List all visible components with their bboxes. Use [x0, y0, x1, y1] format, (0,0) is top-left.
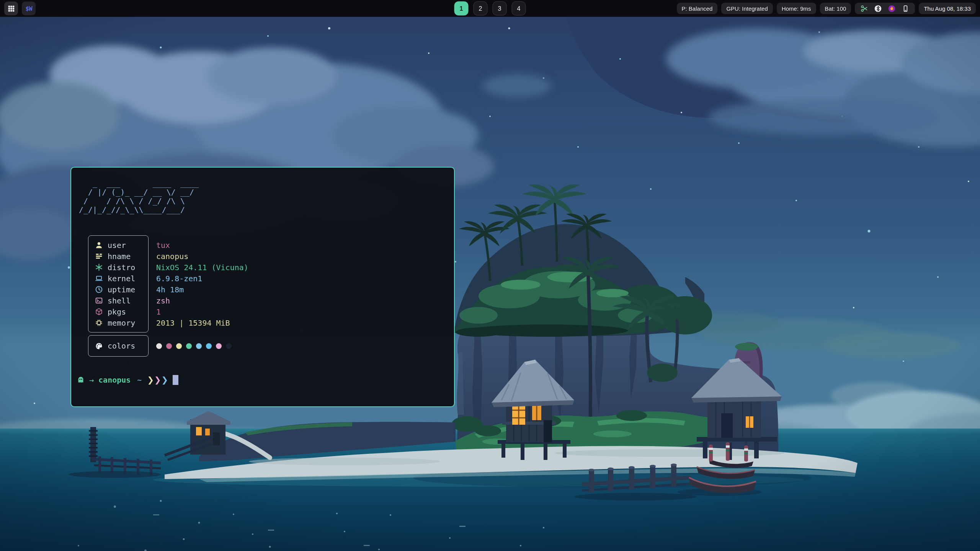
- fetch-value-user: tux: [156, 240, 248, 251]
- fetch-value-distro: NixOS 24.11 (Vicuna): [156, 262, 248, 273]
- clock-pill[interactable]: Thu Aug 08, 18:33: [919, 3, 976, 14]
- fetch-row-shell: shell: [88, 295, 148, 306]
- topbar-right-group: P: BalancedGPU: IntegratedHome: 9msBat: …: [677, 3, 976, 14]
- prompt-host: canopus: [98, 375, 131, 385]
- palette-dot: [156, 343, 162, 349]
- package-icon: [94, 308, 103, 316]
- palette-dot: [216, 343, 222, 349]
- palette-dot: [166, 343, 172, 349]
- fetch-row-user: user: [88, 240, 148, 251]
- launcher-button[interactable]: [4, 2, 18, 15]
- fetch-label: uptime: [108, 285, 135, 294]
- palette-icon: [94, 342, 103, 350]
- scissors-icon[interactable]: [860, 5, 868, 13]
- fetch-row-uptime: uptime: [88, 284, 148, 295]
- fetch-label: memory: [108, 318, 135, 328]
- fetch-label: kernel: [108, 274, 135, 283]
- workspace-3[interactable]: 3: [493, 2, 507, 16]
- fetch-value-column: tuxcanopusNixOS 24.11 (Vicuna)6.9.8-zen1…: [156, 235, 248, 328]
- fetch-value-hname: canopus: [156, 251, 248, 262]
- workspace-1[interactable]: 1: [454, 2, 469, 16]
- status-pill-group: P: BalancedGPU: IntegratedHome: 9msBat: …: [677, 3, 851, 14]
- ghost-icon: [77, 376, 85, 384]
- fetch-value-uptime: 4h 18m: [156, 284, 248, 295]
- fetch-value-pkgs: 1: [156, 306, 248, 317]
- fetch-value-shell: zsh: [156, 295, 248, 306]
- terminal-app-label: $W: [25, 5, 32, 12]
- colors-row: colors: [88, 335, 149, 357]
- workspace-4[interactable]: 4: [512, 2, 526, 16]
- prompt-cwd: ~: [137, 375, 142, 385]
- system-tray[interactable]: [855, 3, 915, 14]
- fetch-label: pkgs: [108, 307, 126, 316]
- shell-prompt[interactable]: → canopus ~ ❯❯❯: [77, 374, 178, 386]
- fetch-info: userhnamedistrokerneluptimeshellpkgsmemo…: [88, 235, 248, 357]
- fetch-label: shell: [108, 296, 131, 305]
- prompt-chevrons: ❯❯❯: [147, 375, 168, 385]
- fetch-label: hname: [108, 252, 131, 261]
- laptop-icon: [94, 274, 103, 283]
- fetch-row-hname: hname: [88, 251, 148, 262]
- fetch-row-memory: memory: [88, 317, 148, 328]
- flame-icon[interactable]: [888, 5, 896, 13]
- fetch-label-column: userhnamedistrokerneluptimeshellpkgsmemo…: [88, 235, 149, 333]
- latency-pill[interactable]: Home: 9ms: [777, 3, 816, 14]
- prompt-chevron: ❯: [162, 375, 168, 385]
- topbar-left-group: $W: [4, 2, 36, 15]
- fetch-row-distro: distro: [88, 262, 148, 273]
- fetch-row-pkgs: pkgs: [88, 306, 148, 317]
- fetch-value-kernel: 6.9.8-zen1: [156, 273, 248, 284]
- palette-dot: [186, 343, 192, 349]
- palette-dot: [176, 343, 182, 349]
- chip-icon: [94, 319, 103, 327]
- palette-dot: [226, 343, 232, 349]
- power-profile-pill[interactable]: P: Balanced: [677, 3, 718, 14]
- fetch-value-memory: 2013 | 15394 MiB: [156, 317, 248, 328]
- clock-label: Thu Aug 08, 18:33: [924, 5, 971, 12]
- clock-icon: [94, 285, 103, 294]
- nixos-ascii-logo: _ ___ ____ ____ / |/ (_)_ __/ __ \/ __/ …: [79, 179, 199, 214]
- phone-icon[interactable]: [902, 5, 910, 13]
- snowflake-icon: [94, 263, 103, 272]
- terminal-app-button[interactable]: $W: [22, 2, 36, 15]
- workspace-2[interactable]: 2: [474, 2, 488, 16]
- battery-pill[interactable]: Bat: 100: [820, 3, 851, 14]
- text-cursor: [173, 375, 178, 385]
- shell-icon: [94, 297, 103, 305]
- colors-label: colors: [108, 341, 135, 350]
- fetch-row-kernel: kernel: [88, 273, 148, 284]
- terminal-palette-dots: [156, 335, 232, 357]
- prompt-chevron: ❯: [154, 375, 161, 385]
- terminal-window[interactable]: _ ___ ____ ____ / |/ (_)_ __/ __ \/ __/ …: [70, 167, 455, 407]
- palette-dot: [196, 343, 202, 349]
- fetch-label: user: [108, 241, 126, 250]
- list-icon: [94, 252, 103, 261]
- user-icon: [94, 241, 103, 249]
- fetch-label: distro: [108, 263, 135, 272]
- top-status-bar: $W 1234 P: BalancedGPU: IntegratedHome: …: [0, 0, 980, 17]
- workspace-switcher: 1234: [454, 2, 526, 16]
- grid-icon: [7, 5, 15, 13]
- prompt-arrow: →: [89, 375, 94, 385]
- gpu-pill[interactable]: GPU: Integrated: [721, 3, 773, 14]
- prompt-chevron: ❯: [147, 375, 154, 385]
- palette-dot: [206, 343, 212, 349]
- bluetooth-icon[interactable]: [874, 5, 882, 13]
